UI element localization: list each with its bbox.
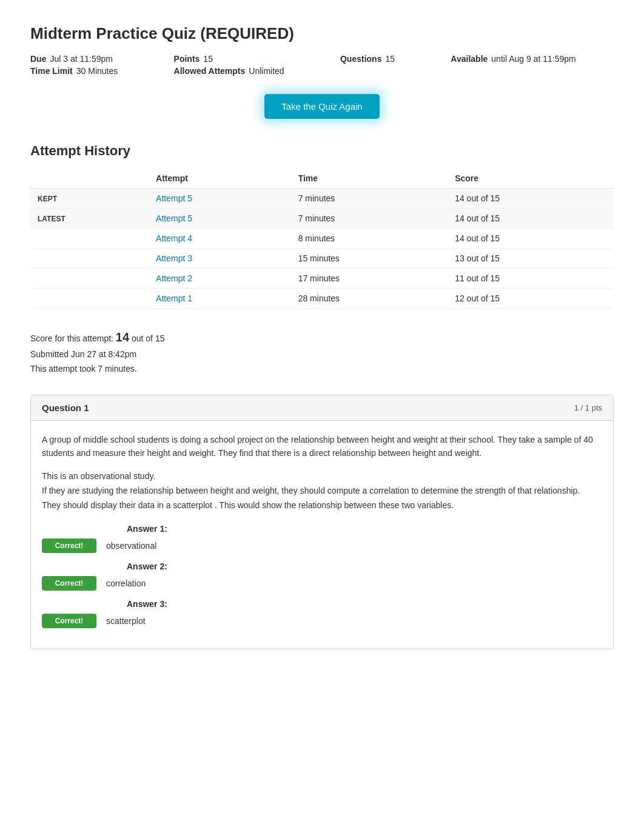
correct-badge: Correct!	[42, 614, 96, 628]
question-1-answers: Answer 1:Correct!observationalAnswer 2:C…	[42, 524, 602, 628]
answer-label-1: Answer 1:	[127, 524, 602, 534]
col-empty	[30, 169, 149, 189]
take-quiz-again-button[interactable]: Take the Quiz Again	[264, 94, 379, 119]
attempt-duration: This attempt took 7 minutes.	[30, 362, 614, 377]
correct-badge: Correct!	[42, 538, 96, 553]
attempt-time: 7 minutes	[291, 209, 448, 229]
attempt-link[interactable]: Attempt 4	[149, 229, 291, 249]
attempt-score: 14 out of 15	[448, 209, 614, 229]
row-label	[30, 249, 149, 269]
attempt-score: 13 out of 15	[448, 249, 614, 269]
questions-label: Questions	[340, 54, 381, 64]
page-title: Midterm Practice Quiz (REQUIRED)	[30, 24, 614, 43]
score-suffix: out of 15	[129, 334, 164, 343]
time-limit-label: Time Limit	[30, 66, 73, 76]
due-value: Jul 3 at 11:59pm	[50, 54, 113, 64]
due-label: Due	[30, 54, 46, 64]
question-1-block: Question 1 1 / 1 pts A group of middle s…	[30, 395, 614, 649]
answer-label-3: Answer 3:	[127, 599, 602, 609]
answer-row-2: Correct!correlation	[42, 576, 602, 591]
attempt-time: 8 minutes	[291, 229, 448, 249]
answer-label-2: Answer 2:	[127, 562, 602, 571]
attempt-history-table: Attempt Time Score KEPTAttempt 57 minute…	[30, 169, 614, 309]
correct-badge: Correct!	[42, 576, 96, 591]
attempt-score: 12 out of 15	[448, 289, 614, 309]
attempt-time: 17 minutes	[291, 269, 448, 289]
row-label	[30, 289, 149, 309]
row-label	[30, 229, 149, 249]
time-limit-value: 30 Minutes	[76, 66, 118, 76]
score-prefix: Score for this attempt:	[30, 334, 116, 343]
col-score-header: Score	[448, 169, 614, 189]
score-number: 14	[116, 330, 129, 344]
question-note: If they are studying the relationship be…	[42, 484, 602, 498]
question-1-body: A group of middle school students is doi…	[31, 421, 613, 649]
attempt-link[interactable]: Attempt 5	[149, 209, 291, 229]
score-summary: Score for this attempt: 14 out of 15 Sub…	[30, 327, 614, 377]
allowed-label: Allowed Attempts	[174, 66, 246, 76]
attempt-score: 14 out of 15	[448, 229, 614, 249]
answer-value: observational	[106, 541, 156, 551]
allowed-value: Unlimited	[249, 66, 284, 76]
submitted-time: Submitted Jun 27 at 8:42pm	[30, 347, 614, 362]
question-note: They should display their data in a scat…	[42, 498, 602, 513]
question-1-title: Question 1	[42, 403, 89, 413]
take-quiz-container: Take the Quiz Again	[30, 94, 614, 119]
attempt-time: 15 minutes	[291, 249, 448, 269]
points-value: 15	[203, 54, 213, 64]
question-1-notes: This is an observational study.If they a…	[42, 469, 602, 512]
row-label: KEPT	[30, 189, 149, 209]
answer-row-1: Correct!observational	[42, 538, 602, 553]
attempt-link[interactable]: Attempt 3	[149, 249, 291, 269]
attempt-score: 14 out of 15	[448, 189, 614, 209]
answer-row-3: Correct!scatterplot	[42, 614, 602, 628]
questions-value: 15	[385, 54, 395, 64]
attempt-link[interactable]: Attempt 1	[149, 289, 291, 309]
row-label: LATEST	[30, 209, 149, 229]
question-1-pts: 1 / 1 pts	[574, 403, 602, 412]
available-value: until Aug 9 at 11:59pm	[491, 54, 575, 64]
row-label	[30, 269, 149, 289]
col-time-header: Time	[291, 169, 448, 189]
answer-value: correlation	[106, 578, 146, 588]
attempt-score: 11 out of 15	[448, 269, 614, 289]
answer-value: scatterplot	[106, 616, 146, 626]
attempt-time: 28 minutes	[291, 289, 448, 309]
question-1-header: Question 1 1 / 1 pts	[31, 395, 613, 421]
available-label: Available	[451, 54, 488, 64]
attempt-time: 7 minutes	[291, 189, 448, 209]
attempt-link[interactable]: Attempt 2	[149, 269, 291, 289]
attempt-history-title: Attempt History	[30, 143, 614, 159]
attempt-link[interactable]: Attempt 5	[149, 189, 291, 209]
question-1-text: A group of middle school students is doi…	[42, 433, 602, 460]
meta-info: Due Jul 3 at 11:59pm Points 15 Questions…	[30, 54, 614, 76]
col-attempt-header: Attempt	[149, 169, 291, 189]
question-note: This is an observational study.	[42, 469, 602, 484]
points-label: Points	[174, 54, 200, 64]
